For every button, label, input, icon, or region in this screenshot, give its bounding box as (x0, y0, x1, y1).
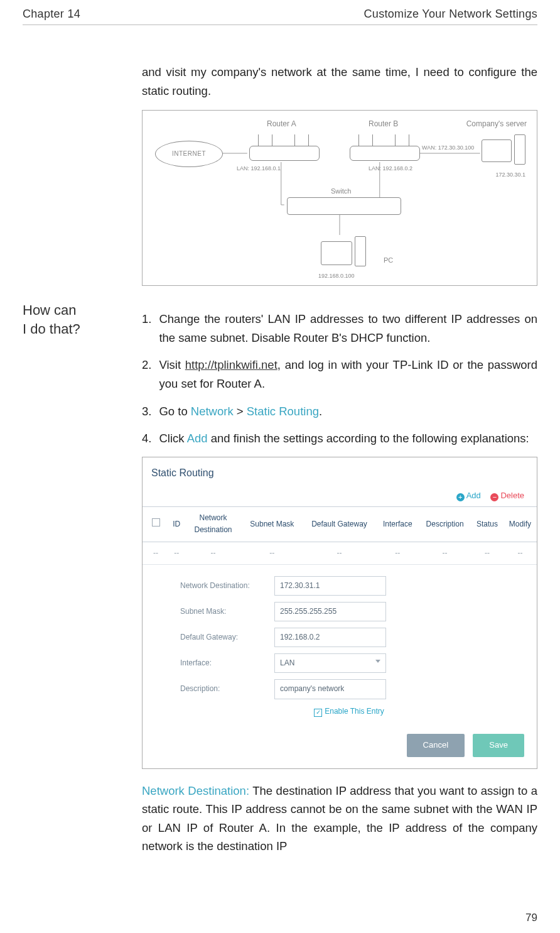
page-number: 79 (525, 912, 537, 924)
subnet-mask-input[interactable]: 255.255.255.255 (274, 602, 386, 621)
label-interface: Interface: (180, 657, 274, 669)
pc-icon (321, 235, 366, 266)
chapter-label: Chapter 14 (23, 8, 80, 21)
network-topology-diagram: Router A Router B Company's server INTER… (142, 110, 537, 286)
static-routing-table: ID Network Destination Subnet Mask Defau… (143, 506, 537, 565)
save-button[interactable]: Save (473, 734, 524, 757)
diagram-label-pc: PC (384, 255, 393, 266)
router-a-icon (249, 133, 318, 161)
sidebar-how-can-i-do-that: How can I do that? (23, 301, 136, 338)
cancel-button[interactable]: Cancel (407, 734, 465, 757)
diagram-server-ip: 172.30.30.1 (495, 170, 525, 179)
col-interface: Interface (377, 507, 419, 542)
static-routing-keyword: Static Routing (247, 405, 319, 418)
label-subnet-mask: Subnet Mask: (180, 606, 274, 618)
step-number-3: 3. (142, 402, 151, 421)
diagram-label-company-server: Company's server (466, 118, 527, 130)
internet-cloud-icon: INTERNET (155, 141, 223, 167)
panel-title: Static Routing (143, 457, 537, 488)
label-default-gateway: Default Gateway: (180, 631, 274, 643)
col-network-destination: Network Destination (185, 507, 242, 542)
col-modify: Modify (503, 507, 537, 542)
col-status: Status (471, 507, 503, 542)
plus-icon: + (456, 493, 465, 501)
interface-select[interactable]: LAN (274, 653, 386, 673)
explanation-label: Network Destination: (142, 784, 249, 797)
diagram-lan-a-ip: LAN: 192.168.0.1 (237, 164, 281, 173)
description-input[interactable]: company's network (274, 679, 386, 699)
minus-icon: − (490, 493, 498, 501)
diagram-wan-b-ip: WAN: 172.30.30.100 (422, 143, 474, 152)
select-all-checkbox[interactable] (152, 518, 160, 527)
running-header: Chapter 14 Customize Your Network Settin… (23, 8, 537, 25)
step-number-4: 4. (142, 429, 151, 448)
switch-icon (287, 197, 401, 215)
col-id: ID (169, 507, 185, 542)
step-1-text: Change the routers' LAN IP addresses to … (159, 310, 537, 347)
tplinkwifi-link[interactable]: http://tplinkwifi.net (185, 358, 277, 371)
server-icon (482, 133, 525, 165)
default-gateway-input[interactable]: 192.168.0.2 (274, 628, 386, 647)
network-destination-explanation: Network Destination: The destination IP … (142, 782, 537, 856)
section-label: Customize Your Network Settings (364, 8, 537, 21)
col-subnet-mask: Subnet Mask (242, 507, 303, 542)
diagram-pc-ip: 192.168.0.100 (318, 271, 355, 280)
checkmark-icon: ✓ (314, 709, 322, 717)
diagram-label-switch: Switch (331, 186, 351, 197)
table-row: -- -- -- -- -- -- -- -- -- (143, 542, 537, 564)
router-b-icon (350, 133, 419, 161)
step-number-2: 2. (142, 356, 151, 393)
label-network-destination: Network Destination: (180, 580, 274, 592)
diagram-label-router-b: Router B (369, 118, 398, 130)
network-destination-input[interactable]: 172.30.31.1 (274, 576, 386, 596)
diagram-label-router-a: Router A (267, 118, 296, 130)
col-description: Description (419, 507, 471, 542)
add-entry-form: Network Destination: 172.30.31.1 Subnet … (143, 565, 537, 734)
add-keyword: Add (187, 432, 208, 445)
col-default-gateway: Default Gateway (302, 507, 377, 542)
delete-button[interactable]: −Delete (490, 491, 524, 500)
intro-paragraph-continuation: and visit my company's network at the sa… (142, 63, 537, 100)
step-4-text: Click Add and finish the settings accord… (159, 429, 529, 448)
add-button[interactable]: +Add (456, 491, 481, 500)
step-2-text: Visit http://tplinkwifi.net, and log in … (159, 356, 537, 393)
enable-entry-checkbox[interactable]: ✓Enable This Entry (180, 706, 518, 717)
label-description: Description: (180, 683, 274, 695)
static-routing-ui-screenshot: Static Routing +Add −Delete ID Network D… (142, 457, 537, 769)
step-number-1: 1. (142, 310, 151, 347)
diagram-lan-b-ip: LAN: 192.168.0.2 (369, 164, 412, 173)
network-keyword: Network (191, 405, 234, 418)
step-3-text: Go to Network > Static Routing. (159, 402, 322, 421)
